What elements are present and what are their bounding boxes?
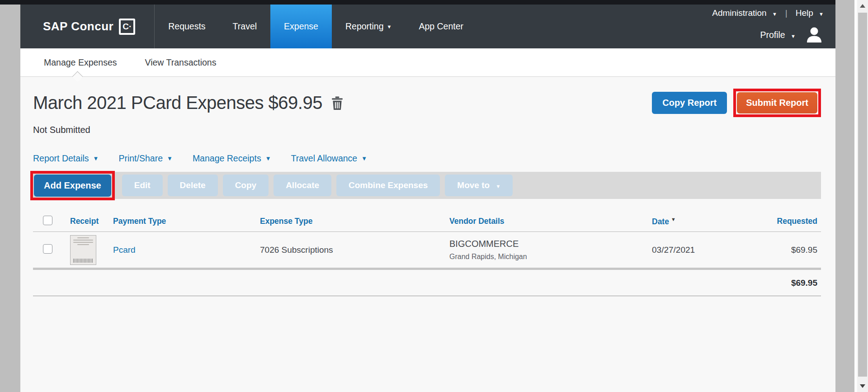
table-header-row: Receipt Payment Type Expense Type Vendor… [33, 211, 821, 232]
caret-down-icon: ▼ [167, 155, 173, 162]
nav-tab-label: App Center [419, 21, 463, 32]
menu-label: Report Details [33, 153, 89, 164]
concur-c-logo-icon: C· [119, 19, 135, 35]
user-avatar-icon[interactable] [805, 25, 824, 44]
nav-tab-travel[interactable]: Travel [219, 5, 270, 48]
allocate-button[interactable]: Allocate [274, 175, 331, 196]
scroll-down-button[interactable] [857, 380, 868, 392]
caret-down-icon: ▼ [93, 155, 99, 162]
print-share-menu[interactable]: Print/Share ▼ [118, 153, 172, 164]
app-window: SAP Concur C· Requests Travel Expense Re… [20, 5, 835, 392]
caret-down-icon: ▼ [819, 11, 824, 17]
delete-button[interactable]: Delete [168, 175, 218, 196]
page-title: March 2021 PCard Expenses $69.95 [33, 93, 322, 113]
scroll-down-arrow-icon [860, 384, 865, 388]
submit-report-button[interactable]: Submit Report [737, 92, 817, 113]
nav-tab-label: Reporting [345, 21, 384, 32]
nav-tab-label: Expense [284, 21, 318, 32]
nav-tab-label: Requests [168, 21, 205, 32]
move-to-button[interactable]: Move to ▼ [445, 175, 513, 196]
manage-receipts-menu[interactable]: Manage Receipts ▼ [193, 153, 271, 164]
vendor-location: Grand Rapids, Michigan [449, 253, 637, 261]
vendor-name: BIGCOMMERCE [449, 239, 637, 249]
nav-tab-expense[interactable]: Expense [270, 5, 332, 48]
trash-icon[interactable] [331, 96, 343, 112]
subnav-tab-manage-expenses[interactable]: Manage Expenses [44, 57, 117, 68]
sap-concur-logo[interactable]: SAP Concur C· [20, 5, 155, 48]
receipt-art [73, 240, 93, 241]
caret-down-icon: ▼ [495, 184, 500, 189]
menu-label: Travel Allowance [291, 153, 358, 164]
subnav: Manage Expenses View Transactions [20, 48, 835, 77]
expense-type-cell: 7026 Subscriptions [245, 245, 435, 255]
nav-tab-requests[interactable]: Requests [155, 5, 219, 48]
combine-expenses-button[interactable]: Combine Expenses [336, 175, 440, 196]
menu-divider: | [785, 8, 788, 18]
page-gutter-right [835, 0, 854, 392]
copy-button[interactable]: Copy [223, 175, 269, 196]
nav-tab-reporting[interactable]: Reporting ▼ [332, 5, 405, 48]
caret-down-icon: ▼ [791, 33, 796, 39]
scroll-up-arrow-icon [860, 4, 865, 8]
menu-label: Manage Receipts [193, 153, 261, 164]
annotation-highlight-add-expense: Add Expense [30, 171, 115, 200]
vendor-details-cell: BIGCOMMERCE Grand Rapids, Michigan [435, 239, 637, 261]
help-label: Help [796, 8, 813, 18]
select-all-checkbox[interactable] [43, 216, 52, 225]
profile-label: Profile [760, 30, 785, 40]
table-row: Pcard 7026 Subscriptions BIGCOMMERCE Gra… [33, 232, 821, 270]
profile-menu[interactable]: Profile ▼ [760, 30, 796, 40]
expense-table: Receipt Payment Type Expense Type Vendor… [33, 211, 821, 296]
travel-allowance-menu[interactable]: Travel Allowance ▼ [291, 153, 368, 164]
col-header-vendor-details[interactable]: Vendor Details [435, 217, 637, 226]
menu-label: Print/Share [118, 153, 163, 164]
receipt-barcode [73, 259, 93, 263]
annotation-highlight-submit-report: Submit Report [733, 89, 821, 117]
col-header-date[interactable]: Date▼ [637, 217, 738, 227]
browser-top-strip [0, 0, 835, 5]
col-header-requested[interactable]: Requested [738, 217, 821, 226]
report-details-menu[interactable]: Report Details ▼ [33, 153, 99, 164]
navbar-right-section: Administration ▼ | Help ▼ Profile ▼ [712, 8, 824, 44]
scroll-up-button[interactable] [857, 0, 868, 12]
expense-toolbar: Add Expense Edit Delete Copy Allocate Co… [33, 172, 821, 199]
date-header-label: Date [652, 217, 669, 226]
receipt-thumbnail[interactable] [70, 235, 96, 265]
requested-amount-cell: $69.95 [738, 245, 821, 255]
move-to-label: Move to [457, 180, 490, 190]
col-header-receipt[interactable]: Receipt [56, 217, 99, 226]
table-total-row: $69.95 [33, 270, 821, 296]
top-navbar: SAP Concur C· Requests Travel Expense Re… [20, 5, 835, 48]
report-menu-links: Report Details ▼ Print/Share ▼ Manage Re… [33, 153, 821, 164]
receipt-art [77, 237, 89, 238]
administration-menu[interactable]: Administration ▼ [712, 8, 777, 18]
col-header-payment-type[interactable]: Payment Type [99, 217, 245, 226]
receipt-art [73, 242, 93, 243]
page-gutter-left [0, 5, 20, 392]
nav-tab-app-center[interactable]: App Center [405, 5, 477, 48]
payment-type-link[interactable]: Pcard [113, 245, 136, 255]
edit-button[interactable]: Edit [122, 175, 163, 196]
copy-report-button[interactable]: Copy Report [652, 92, 727, 114]
administration-label: Administration [712, 8, 766, 18]
caret-down-icon: ▼ [772, 11, 777, 17]
total-amount: $69.95 [738, 278, 821, 288]
vertical-scrollbar[interactable] [857, 0, 868, 392]
date-cell: 03/27/2021 [637, 245, 738, 255]
receipt-art [77, 244, 89, 245]
caret-down-icon: ▼ [361, 155, 367, 162]
sort-descending-icon: ▼ [671, 217, 676, 222]
caret-down-icon: ▼ [265, 155, 271, 162]
help-menu[interactable]: Help ▼ [796, 8, 824, 18]
report-status: Not Submitted [33, 125, 821, 135]
row-checkbox[interactable] [43, 244, 52, 254]
subnav-tab-view-transactions[interactable]: View Transactions [145, 57, 217, 68]
add-expense-button[interactable]: Add Expense [34, 175, 111, 197]
brand-text: SAP Concur [43, 19, 113, 33]
report-content: March 2021 PCard Expenses $69.95 Copy Re… [20, 77, 835, 296]
scrollbar-thumb[interactable] [858, 13, 867, 377]
caret-down-icon: ▼ [387, 24, 392, 29]
nav-tab-label: Travel [233, 21, 257, 32]
col-header-expense-type[interactable]: Expense Type [245, 217, 435, 226]
